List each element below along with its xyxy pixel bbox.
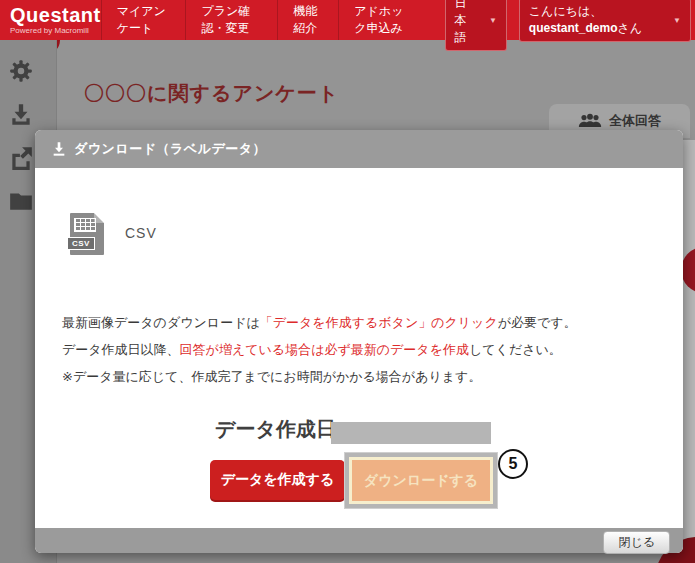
file-type-label: CSV bbox=[125, 225, 157, 241]
nav-item-adhoc[interactable]: アドホック申込み bbox=[338, 0, 430, 40]
nav-item-plan[interactable]: プラン確認・変更 bbox=[185, 0, 277, 40]
instruction-line-1: 最新画像データのダウンロードは「データを作成するボタン」のクリックが必要です。 bbox=[62, 309, 577, 336]
nav-menu: マイアンケート プラン確認・変更 機能紹介 アドホック申込み bbox=[101, 0, 431, 40]
modal-footer: 閉じる bbox=[35, 528, 683, 553]
username: questant_demo bbox=[529, 21, 618, 35]
brand-tagline: Powered by Macromill bbox=[10, 26, 101, 35]
create-data-button[interactable]: データを作成する bbox=[210, 460, 345, 500]
download-instructions: 最新画像データのダウンロードは「データを作成するボタン」のクリックが必要です。 … bbox=[62, 309, 577, 390]
modal-header: ダウンロード（ラベルデータ） bbox=[35, 130, 683, 168]
questant-logo[interactable]: Questant Powered by Macromill bbox=[0, 0, 101, 40]
download-button[interactable]: ダウンロードする bbox=[349, 457, 493, 504]
download-icon bbox=[51, 141, 67, 157]
creation-date-value bbox=[331, 422, 491, 444]
close-button[interactable]: 閉じる bbox=[603, 531, 670, 554]
nav-item-features[interactable]: 機能紹介 bbox=[277, 0, 338, 40]
csv-badge: CSV bbox=[67, 237, 95, 250]
chevron-down-icon: ▼ bbox=[489, 16, 497, 25]
language-dropdown[interactable]: 日本語 ▼ bbox=[445, 0, 507, 51]
brand-name: Questant bbox=[10, 5, 101, 25]
download-modal: ダウンロード（ラベルデータ） CSV CSV 最新画像データのダウンロードは「デ… bbox=[35, 130, 683, 553]
modal-body: CSV CSV 最新画像データのダウンロードは「データを作成するボタン」のクリッ… bbox=[35, 168, 683, 528]
modal-title: ダウンロード（ラベルデータ） bbox=[74, 140, 266, 158]
user-menu[interactable]: こんにちは、questant_demoさん ▼ bbox=[519, 0, 691, 42]
instruction-line-3: ※データ量に応じて、作成完了までにお時間がかかる場合があります。 bbox=[62, 363, 577, 390]
creation-date-label: データ作成日: bbox=[215, 416, 343, 443]
nav-item-my-surveys[interactable]: マイアンケート bbox=[101, 0, 186, 40]
annotation-step-5: 5 bbox=[498, 449, 528, 479]
top-navbar: Questant Powered by Macromill マイアンケート プラ… bbox=[0, 0, 695, 40]
chevron-down-icon: ▼ bbox=[673, 16, 681, 25]
csv-file-icon: CSV bbox=[70, 213, 104, 255]
download-button-highlight-frame: ダウンロードする bbox=[345, 453, 497, 508]
user-greeting: こんにちは、questant_demoさん bbox=[529, 3, 659, 37]
instruction-line-2: データ作成日以降、回答が増えている場合は必ず最新のデータを作成してください。 bbox=[62, 336, 577, 363]
language-value: 日本語 bbox=[455, 0, 475, 46]
